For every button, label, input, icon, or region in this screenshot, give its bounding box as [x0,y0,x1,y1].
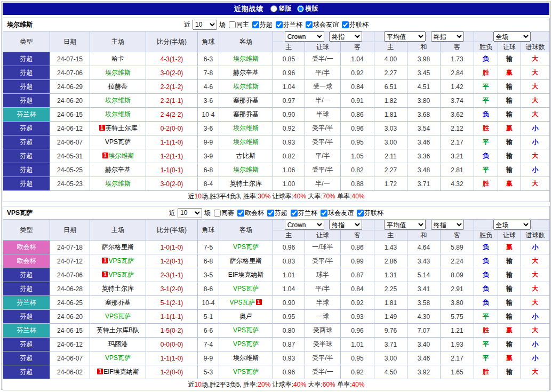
filter-同主[interactable]: 同主 [229,20,249,29]
summary-row: 近10场,胜2平3负5, 胜率:20% 让球率:40% 大率:60% 单率:40… [3,379,550,390]
odds-stage-select[interactable]: 终指 [329,31,362,42]
filter-球会友谊[interactable]: 球会友谊 [306,20,339,29]
handicap-line-cell: 受半球 [305,338,341,351]
col-header-corner: 角球 [198,220,219,241]
filter-checkbox[interactable] [252,21,259,28]
goals-result-cell: 小 [521,122,550,135]
goals-result-cell: 大 [521,254,550,268]
home-team-name: 塞那乔基 [105,299,131,306]
fulltime-select[interactable]: 全场 [493,31,531,42]
filter-checkbox[interactable] [237,210,244,217]
result-cell: 负 [474,52,498,66]
filter-芬兰杯[interactable]: 芬兰杯 [291,209,317,218]
odds-away-cell: 0.92 [341,296,374,310]
handicap-line-cell: 受平/半 [305,254,341,268]
filter-球会友谊[interactable]: 球会友谊 [321,209,354,218]
away-team-name: 塞那乔基 [233,110,259,118]
filter-label: 芬超 [260,20,273,29]
odds-home-cell: 0.90 [273,108,305,122]
match-count-select[interactable]: 10 [178,208,202,218]
average-select[interactable]: 平均值 [384,220,426,230]
layout-option-vertical[interactable]: 竖版 [270,4,292,13]
filter-checkbox[interactable] [306,21,313,28]
handicap-line-cell: 受平/半 [305,163,341,177]
recent-results-table: VPS瓦萨 近 10 场 同赛欧会杯芬超芬兰杯球会友谊芬联杯 类型 日期 [3,206,550,390]
home-team-cell: 哈卡 [90,52,146,66]
filter-checkbox[interactable] [229,21,236,28]
match-count-select[interactable]: 10 [193,20,217,30]
col-header-odds-home: 主 [273,42,305,52]
summary-part: 让球率: [273,381,293,388]
odds-away-cell: 0.95 [341,351,374,365]
red-card-badge: 1 [102,153,108,158]
filter-芬兰杯[interactable]: 芬兰杯 [276,20,302,29]
league-type-cell: 芬超 [3,94,50,108]
match-row: 芬超24-06-20VPS瓦萨1-1(1-1)5-1奥卢0.95一球0.931.… [3,310,550,324]
handicap-line-cell: 受平/半 [305,135,341,149]
avg-draw-cell: 3.71 [407,177,441,191]
result-cell: 负 [474,149,498,163]
avg-home-cell: 2.86 [374,254,407,268]
away-team-name: 塞那乔基 [233,97,259,104]
odds-away-cell: 0.96 [341,122,374,135]
filter-checkbox[interactable] [291,210,298,217]
team-recent-results-section: VPS瓦萨 近 10 场 同赛欧会杯芬超芬兰杯球会友谊芬联杯 类型 日期 [3,206,549,390]
home-team-name: 英特土尔库B队 [97,326,139,334]
match-row: 芬超24-06-28英特土尔库3-1(2-0)8-6VPS瓦萨1.04平/半0.… [3,282,550,296]
layout-option-horizontal[interactable]: 横版 [297,4,318,13]
result-cell: 负 [474,254,498,268]
filter-芬超[interactable]: 芬超 [267,209,287,218]
filter-checkbox[interactable] [276,21,283,28]
filter-芬超[interactable]: 芬超 [252,20,273,29]
filter-checkbox[interactable] [357,210,364,217]
filter-checkbox[interactable] [321,210,327,217]
odds-away-cell: 0.86 [341,241,374,254]
away-team-cell: 埃尔维斯 [219,122,273,135]
filter-label: 球会友谊 [313,20,339,29]
avg-stage-select[interactable]: 终指 [431,31,464,42]
league-type-cell: 芬超 [3,365,50,379]
odds-stage-select[interactable]: 终指 [329,220,362,230]
match-date-cell: 24-06-07 [50,135,90,149]
home-team-cell: 1EIF埃克纳斯 [90,365,146,379]
title-bar: 近期战绩 竖版横版 [3,3,549,15]
bookmaker-select[interactable]: Crown [285,220,324,230]
avg-away-cell: 2.24 [441,254,474,268]
odds-away-cell: 0.88 [341,177,374,191]
filter-芬联杯[interactable]: 芬联杯 [357,209,383,218]
summary-part: 单率: [337,381,351,388]
odds-away-cell: 0.86 [341,108,374,122]
match-row: 芬超24-07-061VPS瓦萨2-3(1-1)3-5EIF埃克纳斯1.01球半… [3,268,550,282]
filter-checkbox[interactable] [342,21,349,28]
handicap-line-cell: 球半 [305,268,341,282]
odds-away-cell: 0.91 [341,94,374,108]
corner-cell: 9-9 [198,135,219,149]
corner-cell: 3-9 [198,149,219,163]
fulltime-select[interactable]: 全场 [493,220,531,230]
filter-checkbox[interactable] [214,210,221,217]
match-date-cell: 24-06-29 [50,80,90,94]
average-select[interactable]: 平均值 [384,31,426,42]
avg-stage-select[interactable]: 终指 [431,220,464,230]
filter-checkbox[interactable] [267,210,274,217]
red-card-badge: 1 [256,299,262,305]
team-name: 埃尔维斯 [7,20,33,29]
avg-draw-cell: 3.46 [407,351,441,365]
corner-cell: 7-4 [198,338,219,351]
home-team-cell: 1英特土尔库 [90,122,146,135]
filter-同赛[interactable]: 同赛 [214,209,234,218]
avg-draw-cell: 3.68 [407,108,441,122]
odds-home-cell: 0.80 [273,324,305,338]
bookmaker-select[interactable]: Crown [285,31,324,42]
result-cell: 负 [474,108,498,122]
filter-欧会杯[interactable]: 欧会杯 [237,209,264,218]
layout-radio-horizontal[interactable] [297,5,304,12]
filter-label: 球会友谊 [328,209,354,218]
layout-radio-vertical[interactable] [270,5,277,12]
league-type-cell: 芬超 [3,338,50,351]
filter-芬联杯[interactable]: 芬联杯 [342,20,369,29]
league-type-cell: 芬超 [3,66,50,80]
score-cell: 1-1(0-1) [146,163,198,177]
result-cell: 平 [474,338,498,351]
summary-part: 40% [293,193,306,200]
